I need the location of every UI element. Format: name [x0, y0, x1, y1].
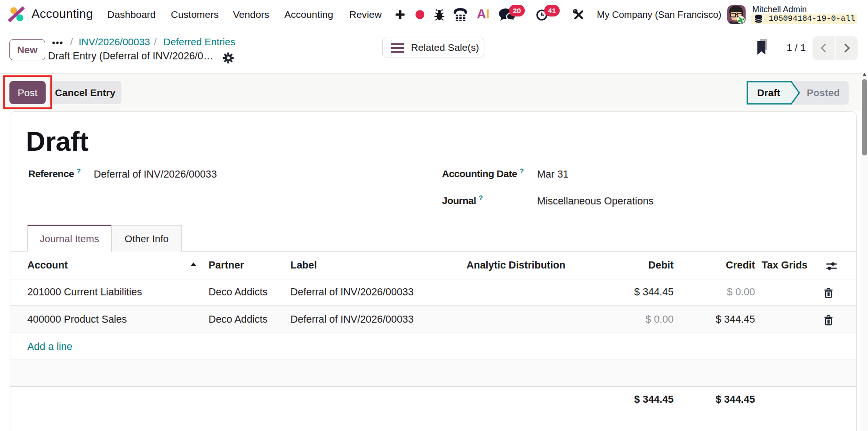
svg-text:Draft: Draft: [757, 87, 780, 98]
